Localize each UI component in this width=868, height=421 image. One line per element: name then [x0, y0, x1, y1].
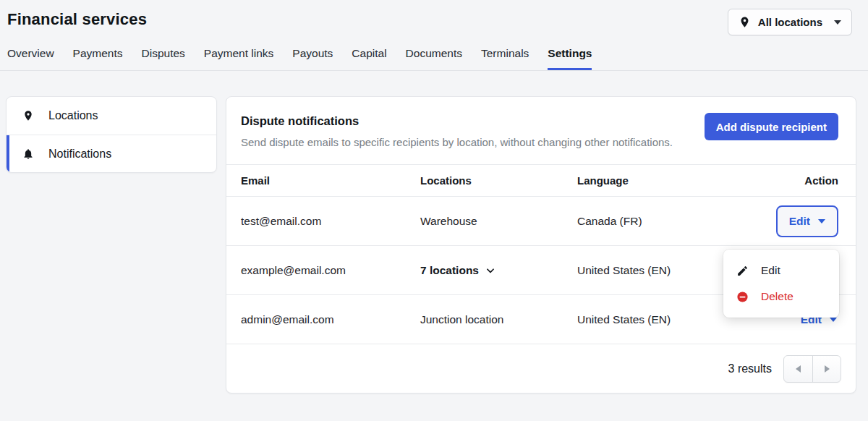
- panel-header: Dispute notifications Send dispute email…: [226, 97, 856, 165]
- pencil-icon: [736, 265, 749, 277]
- edit-dropdown-button[interactable]: Edit: [776, 205, 838, 237]
- location-filter-button[interactable]: All locations: [728, 9, 852, 35]
- menu-item-edit[interactable]: Edit: [723, 258, 839, 284]
- dispute-notifications-panel: Dispute notifications Send dispute email…: [226, 96, 856, 394]
- tab-terminals[interactable]: Terminals: [481, 47, 529, 70]
- page-title: Financial services: [7, 9, 147, 29]
- recipient-email: example@email.com: [241, 264, 420, 277]
- tab-payment-links[interactable]: Payment links: [204, 47, 273, 70]
- settings-sidebar: Locations Notifications: [6, 96, 217, 173]
- edit-button-label: Edit: [789, 215, 810, 228]
- table-footer: 3 results: [226, 344, 856, 393]
- table-row: test@email.com Warehouse Canada (FR) Edi…: [226, 197, 856, 246]
- table-header-row: Email Locations Language Action: [226, 165, 856, 197]
- recipient-email: admin@email.com: [241, 313, 420, 326]
- location-pin-icon: [22, 110, 34, 122]
- tab-capital[interactable]: Capital: [352, 47, 386, 70]
- locations-expander[interactable]: 7 locations: [420, 264, 495, 277]
- column-header-locations: Locations: [420, 174, 577, 187]
- chevron-down-icon: [830, 318, 837, 322]
- tab-disputes[interactable]: Disputes: [142, 47, 185, 70]
- results-count: 3 results: [728, 362, 772, 375]
- tab-payments[interactable]: Payments: [73, 47, 123, 70]
- panel-header-text: Dispute notifications Send dispute email…: [241, 113, 673, 148]
- content-area: Locations Notifications Dispute notifica…: [0, 71, 868, 394]
- sidebar-item-notifications[interactable]: Notifications: [7, 135, 216, 172]
- panel-title: Dispute notifications: [241, 113, 673, 128]
- menu-item-label: Delete: [761, 290, 793, 303]
- chevron-down-icon: [818, 219, 825, 224]
- chevron-down-icon: [485, 265, 495, 276]
- locations-expander-label: 7 locations: [420, 264, 479, 277]
- sidebar-item-label: Locations: [48, 109, 98, 122]
- add-dispute-recipient-button[interactable]: Add dispute recipient: [705, 113, 838, 140]
- column-header-language: Language: [577, 174, 804, 187]
- column-header-email: Email: [241, 174, 420, 187]
- previous-page-button[interactable]: [784, 356, 812, 382]
- arrow-right-icon: [825, 365, 830, 373]
- column-header-action: Action: [804, 174, 838, 187]
- recipient-locations: Warehouse: [420, 215, 577, 228]
- menu-item-label: Edit: [761, 264, 780, 277]
- tab-overview[interactable]: Overview: [7, 47, 54, 70]
- top-bar: Financial services All locations: [0, 0, 868, 35]
- menu-item-delete[interactable]: Delete: [723, 284, 839, 310]
- edit-dropdown-menu: Edit Delete: [723, 250, 839, 318]
- dashboard-page: { "page": { "title": "Financial services…: [0, 0, 868, 421]
- sidebar-item-locations[interactable]: Locations: [7, 97, 216, 135]
- bell-icon: [22, 148, 34, 160]
- next-page-button[interactable]: [812, 356, 841, 382]
- recipient-language: Canada (FR): [577, 215, 776, 228]
- arrow-left-icon: [796, 365, 801, 373]
- chevron-down-icon: [834, 20, 841, 25]
- location-filter-label: All locations: [758, 16, 822, 28]
- main-nav-tabs: Overview Payments Disputes Payment links…: [0, 47, 868, 71]
- location-pin-icon: [739, 16, 751, 28]
- recipient-locations: Junction location: [420, 313, 577, 326]
- sidebar-item-label: Notifications: [48, 148, 111, 161]
- tab-documents[interactable]: Documents: [406, 47, 462, 70]
- minus-circle-icon: [736, 291, 749, 303]
- tab-settings[interactable]: Settings: [548, 47, 592, 70]
- pagination-control: [783, 355, 841, 383]
- recipient-email: test@email.com: [241, 215, 420, 228]
- panel-subtitle: Send dispute emails to specific recipien…: [241, 136, 673, 148]
- tab-payouts[interactable]: Payouts: [292, 47, 333, 70]
